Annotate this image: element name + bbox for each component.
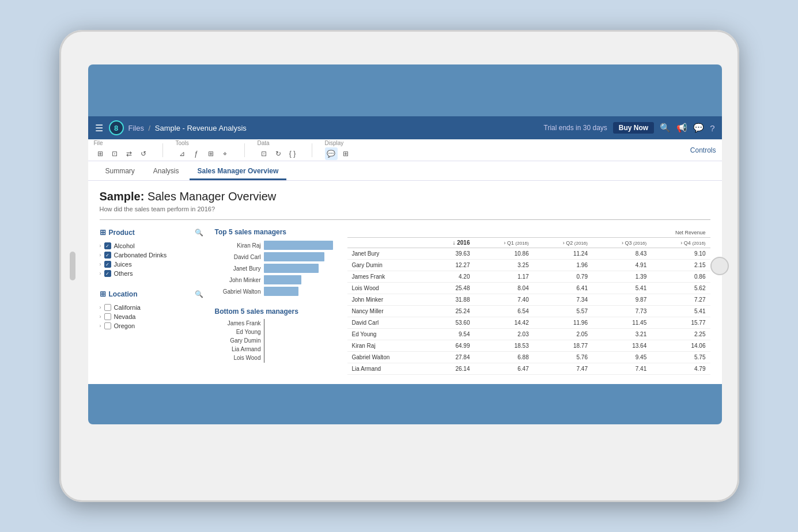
table-area: Net Revenue ↓ 2016 › Q1 (2016) › Q2 (201… <box>347 228 710 375</box>
col-header-2016[interactable]: ↓ 2016 <box>429 238 475 248</box>
cell-q4-2: 0.86 <box>651 271 710 283</box>
cell-name-0: Janet Bury <box>347 248 429 260</box>
checkbox-nevada[interactable] <box>104 313 111 320</box>
toolbar-data-icons: ⊡ ↻ { } <box>258 147 299 160</box>
file-icon-1[interactable]: ⊞ <box>94 147 107 160</box>
top5-chart-title: Top 5 sales managers <box>215 228 336 236</box>
bar-fill-janet <box>264 264 319 273</box>
cell-name-1: Gary Dumin <box>347 260 429 271</box>
tools-icon-4[interactable]: ⌖ <box>219 147 232 160</box>
net-revenue-label: Net Revenue <box>429 228 710 238</box>
toolbar-tools-section: Tools ⊿ ƒ ⊞ ⌖ <box>176 140 232 160</box>
trial-text: Trial ends in 30 days <box>544 124 607 132</box>
cell-2016-0: 39.63 <box>429 248 475 260</box>
filter-label-oregon: Oregon <box>114 322 135 329</box>
buy-now-button[interactable]: Buy Now <box>613 122 654 134</box>
announcement-icon[interactable]: 📢 <box>676 123 687 133</box>
checkbox-california[interactable] <box>104 304 111 311</box>
bar-label-john: John Minker <box>215 277 261 283</box>
tabs-bar: Summary Analysis Sales Manager Overview <box>88 161 722 181</box>
data-icon-1[interactable]: ⊡ <box>258 147 270 160</box>
cell-2016-1: 12.27 <box>429 260 475 271</box>
cell-q2-7: 2.05 <box>534 329 592 340</box>
table-row: Gabriel Walton 27.84 6.88 5.76 9.45 5.75 <box>347 352 710 363</box>
bar-track-kiran <box>264 241 333 250</box>
cell-2016-5: 25.24 <box>429 306 475 317</box>
filter-item-others: › Others <box>100 269 203 278</box>
checkbox-others[interactable] <box>104 270 111 277</box>
bar-label-james: James Frank <box>215 320 261 326</box>
file-icon-2[interactable]: ⊡ <box>108 147 121 160</box>
location-filter-icon: ⊞ <box>100 290 106 298</box>
controls-button[interactable]: Controls <box>690 146 716 154</box>
display-icon-1[interactable]: 💬 <box>325 147 338 160</box>
expand-arrow-nevada[interactable]: › <box>100 314 101 320</box>
cell-name-3: Lois Wood <box>347 283 429 294</box>
checkbox-carbonated[interactable] <box>104 252 111 259</box>
cell-q4-5: 5.41 <box>651 306 710 317</box>
data-icon-3[interactable]: { } <box>286 147 299 160</box>
cell-2016-10: 26.14 <box>429 363 475 375</box>
checkbox-alcohol[interactable] <box>104 242 111 249</box>
cell-q4-4: 7.27 <box>651 294 710 306</box>
page-title: Sample: Sales Manager Overview <box>100 190 710 203</box>
bar-track-gabriel <box>264 287 333 296</box>
toolbar-file-label: File <box>94 140 103 146</box>
nav-right: Trial ends in 30 days Buy Now 🔍 📢 💬 ? <box>544 122 715 134</box>
file-icon-3[interactable]: ⇄ <box>123 147 135 160</box>
toolbar-divider-2 <box>244 143 245 157</box>
checkbox-oregon[interactable] <box>104 322 111 329</box>
tab-analysis[interactable]: Analysis <box>145 164 187 180</box>
bar-label-ed: Ed Young <box>215 329 261 335</box>
bar-label-kiran: Kiran Raj <box>215 242 261 249</box>
cell-name-6: David Carl <box>347 317 429 329</box>
location-search-icon[interactable]: 🔍 <box>195 290 203 298</box>
cell-q1-7: 2.03 <box>474 329 533 340</box>
breadcrumb-files[interactable]: Files <box>128 124 144 132</box>
col-header-q1[interactable]: › Q1 (2016) <box>474 238 533 248</box>
product-search-icon[interactable]: 🔍 <box>195 229 203 237</box>
expand-arrow-juices[interactable]: › <box>100 261 101 267</box>
cell-q2-9: 5.76 <box>534 352 592 363</box>
file-icon-4[interactable]: ↺ <box>137 147 150 160</box>
tablet-frame: ☰ 8 Files / Sample - Revenue Analysis Tr… <box>59 30 739 502</box>
col-header-q2[interactable]: › Q2 (2016) <box>534 238 592 248</box>
col-header-q4[interactable]: › Q4 (2016) <box>651 238 710 248</box>
checkbox-juices[interactable] <box>104 261 111 268</box>
tab-sales-manager-overview[interactable]: Sales Manager Overview <box>190 164 287 180</box>
cell-q3-3: 5.41 <box>592 283 651 294</box>
display-icon-2[interactable]: ⊞ <box>339 147 352 160</box>
cell-q2-5: 5.57 <box>534 306 592 317</box>
tools-icon-3[interactable]: ⊞ <box>205 147 217 160</box>
expand-arrow-alcohol[interactable]: › <box>100 243 101 249</box>
bar-label-david: David Carl <box>215 254 261 260</box>
axis-line-gary <box>264 336 264 345</box>
bottom5-chart: Bottom 5 sales managers James Frank Ed Y… <box>215 307 336 361</box>
page-subtitle: How did the sales team perform in 2016? <box>100 206 710 212</box>
bar-row-ed: Ed Young <box>215 329 336 335</box>
expand-arrow-others[interactable]: › <box>100 271 101 276</box>
breadcrumb: Files / Sample - Revenue Analysis <box>128 124 544 132</box>
cell-q3-6: 11.45 <box>592 317 651 329</box>
cell-q4-7: 2.25 <box>651 329 710 340</box>
product-filter-header: ⊞ Product 🔍 <box>100 228 203 237</box>
chat-icon[interactable]: 💬 <box>693 123 704 133</box>
expand-arrow-carbonated[interactable]: › <box>100 252 101 258</box>
hamburger-icon[interactable]: ☰ <box>95 123 103 134</box>
table-row: Nancy Miller 25.24 6.54 5.57 7.73 5.41 <box>347 306 710 317</box>
tools-icon-2[interactable]: ƒ <box>190 147 203 160</box>
col-header-q3[interactable]: › Q3 (2016) <box>592 238 651 248</box>
cell-2016-7: 9.54 <box>429 329 475 340</box>
tools-icon-1[interactable]: ⊿ <box>176 147 188 160</box>
expand-arrow-oregon[interactable]: › <box>100 323 101 329</box>
table-row: Gary Dumin 12.27 3.25 1.96 4.91 2.15 <box>347 260 710 271</box>
expand-arrow-california[interactable]: › <box>100 305 101 310</box>
tab-summary[interactable]: Summary <box>97 164 143 180</box>
search-icon[interactable]: 🔍 <box>660 123 671 133</box>
filter-label-california: California <box>114 304 141 311</box>
help-icon[interactable]: ? <box>710 123 714 133</box>
toolbar-divider-1 <box>162 143 163 157</box>
data-icon-2[interactable]: ↻ <box>272 147 285 160</box>
page-title-bold: Sample: <box>100 190 145 203</box>
table-row: Lois Wood 25.48 8.04 6.41 5.41 5.62 <box>347 283 710 294</box>
